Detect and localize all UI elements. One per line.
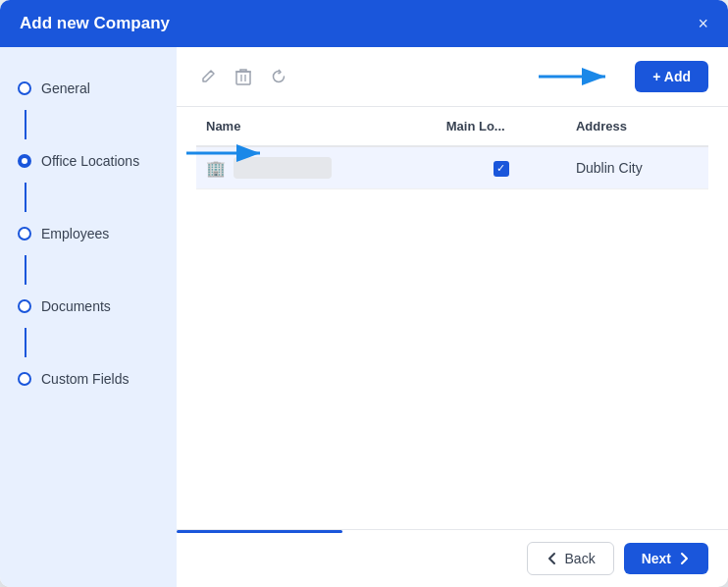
modal-footer: Back Next [177,529,728,587]
toolbar: + Add [177,47,728,107]
sidebar-item-employees[interactable]: Employees [0,212,177,255]
sidebar-item-office-locations[interactable]: Office Locations [0,139,177,183]
edit-button[interactable] [196,65,220,88]
sidebar-item-documents[interactable]: Documents [0,285,177,328]
sidebar-item-general[interactable]: General [0,67,177,110]
sidebar-label-employees: Employees [41,226,109,241]
sidebar-label-general: General [41,80,90,96]
col-address: Address [566,107,708,146]
add-arrow-annotation [539,62,617,91]
sidebar-connector-1 [25,110,26,139]
modal-body: General Office Locations Employees Docum… [0,47,728,587]
sidebar-dot-documents [18,299,31,313]
sidebar-dot-custom-fields [18,372,31,386]
edit-icon [200,69,216,84]
back-label: Back [565,551,596,566]
sidebar-connector-4 [25,328,26,357]
table-row[interactable]: 🏢 ✓ Dublin City [196,146,708,189]
refresh-icon [271,69,286,84]
next-label: Next [642,551,671,566]
sidebar-item-custom-fields[interactable]: Custom Fields [0,357,177,400]
sidebar-connector-3 [25,255,26,285]
col-name: Name [196,107,437,146]
refresh-button[interactable] [267,65,290,88]
name-input-placeholder [234,157,332,179]
table-header-row: Name Main Lo... Address [196,107,708,146]
svg-rect-0 [236,72,250,84]
delete-button[interactable] [232,64,255,89]
add-button[interactable]: + Add [635,61,708,92]
next-button[interactable]: Next [624,543,708,574]
address-cell: Dublin City [566,146,708,189]
col-main-location: Main Lo... [437,107,566,146]
sidebar-dot-general [18,81,31,95]
table-area: Name Main Lo... Address 🏢 [177,107,728,189]
add-company-modal: Add new Company × General Office Locatio… [0,0,728,587]
main-location-cell: ✓ [437,146,566,189]
main-content: + Add Name [177,47,728,587]
sidebar-label-office-locations: Office Locations [41,153,139,169]
building-icon: 🏢 [206,159,226,178]
sidebar-dot-employees [18,227,31,240]
sidebar-dot-office-locations [18,154,31,168]
back-arrow-icon [546,552,559,565]
trash-icon [235,68,251,85]
main-location-checkbox[interactable]: ✓ [494,161,509,177]
name-cell: 🏢 [196,146,437,189]
progress-bar [177,530,342,533]
modal-title: Add new Company [20,14,170,33]
next-arrow-icon [677,552,691,565]
sidebar-label-custom-fields: Custom Fields [41,371,129,387]
locations-table: Name Main Lo... Address 🏢 [196,107,708,189]
back-button[interactable]: Back [527,542,614,575]
sidebar-label-documents: Documents [41,298,111,314]
close-button[interactable]: × [698,15,708,32]
sidebar: General Office Locations Employees Docum… [0,47,177,587]
modal-header: Add new Company × [0,0,728,47]
sidebar-connector-2 [25,183,26,212]
